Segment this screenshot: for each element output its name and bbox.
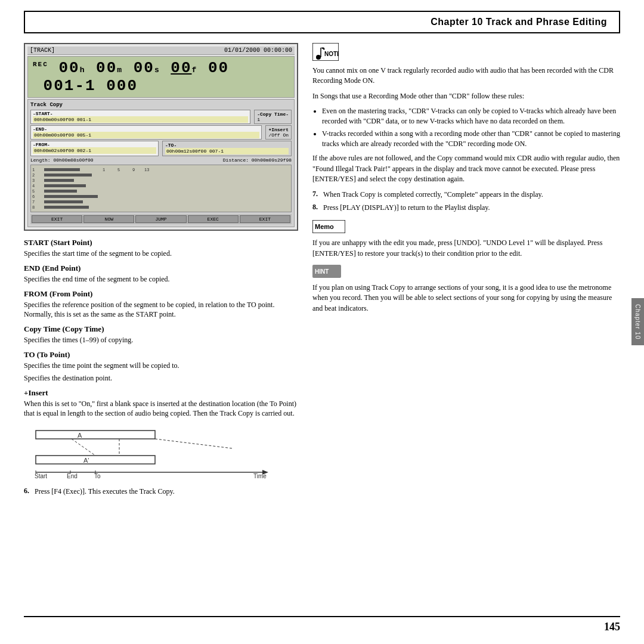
- note-icon-container: NOTE: [312, 43, 620, 63]
- copy-time-section: Copy Time (Copy Time) Specifies the time…: [24, 324, 298, 345]
- to-field: -TO- 00h00m12s00f00 007-1: [162, 141, 292, 156]
- chapter-title: Chapter 10 Track and Phrase Editing: [431, 17, 607, 27]
- track-area: 1 2 3 4 5 6 7 8: [30, 165, 292, 212]
- end-field: -END- 00h00m00s00f00 005-1: [30, 125, 262, 140]
- length-distance: Length: 00h00m08s00f00 Distance: 00h00m0…: [30, 157, 292, 163]
- step7-text: When Track Copy is completed correctly, …: [323, 190, 543, 200]
- end-heading: END (End Point): [24, 264, 298, 273]
- step6: 6. Press [F4 (Exec)]. This executes the …: [24, 487, 298, 497]
- memo-icon: Memo: [312, 220, 345, 233]
- left-column: [TRACK] 01/01/2000 00:00:00 REC 00h 00m …: [24, 43, 298, 501]
- panel-title: Track Copy: [30, 102, 292, 108]
- svg-text:9: 9: [132, 168, 135, 172]
- start-field: -START- 00h00m00s00f00 001-1: [30, 110, 250, 124]
- bullet-item-2: V-tracks recorded within a song with a r…: [322, 129, 620, 149]
- svg-rect-15: [44, 206, 89, 209]
- insert-section: +Insert When this is set to "On," first …: [24, 388, 298, 419]
- copy-time-text: Specifies the times (1–99) of copying.: [24, 335, 298, 345]
- btn-exec[interactable]: EXEC: [188, 215, 239, 223]
- datetime-label: 01/01/2000 00:00:00: [224, 47, 292, 54]
- from-text: Specifies the reference position of the …: [24, 300, 298, 320]
- svg-text:To: To: [94, 473, 101, 479]
- svg-text:3: 3: [32, 178, 35, 183]
- insert-field: +Insert /Off On: [265, 125, 292, 140]
- step6-text: Press [F4 (Exec)]. This executes the Tra…: [35, 487, 175, 497]
- svg-rect-13: [44, 200, 83, 203]
- btn-exit2[interactable]: EXIT: [240, 215, 290, 223]
- from-heading: FROM (From Point): [24, 289, 298, 299]
- bullet-item-1: Even on the mastering tracks, "CDR" V-tr…: [322, 106, 620, 126]
- to-heading: TO (To Point): [24, 350, 298, 360]
- to-text1: Specifies the time point the segment wil…: [24, 361, 298, 371]
- from-section: FROM (From Point) Specifies the referenc…: [24, 289, 298, 320]
- panel-row-start: -START- 00h00m00s00f00 001-1 -Copy Time-…: [30, 110, 292, 124]
- note-icon: NOTE: [312, 43, 339, 61]
- svg-text:1: 1: [103, 168, 105, 172]
- note-para2-text: In Songs that use a Recording Mode other…: [312, 91, 620, 101]
- btn-now[interactable]: NOW: [83, 215, 134, 223]
- hint-text: If you plan on using Track Copy to arran…: [312, 283, 620, 314]
- svg-text:7: 7: [32, 200, 35, 205]
- svg-rect-11: [44, 195, 98, 198]
- end-text: Specifies the end time of the segment to…: [24, 274, 298, 284]
- svg-rect-9: [44, 190, 77, 193]
- svg-text:5: 5: [117, 168, 120, 172]
- svg-text:2: 2: [32, 173, 35, 178]
- step7-num: 7.: [312, 190, 321, 200]
- track-svg: 1 2 3 4 5 6 7 8: [31, 165, 291, 212]
- copy-diagram: A A' Start End To Time: [24, 426, 298, 479]
- hint-icon-container: HINT: [312, 265, 620, 280]
- svg-point-37: [316, 55, 321, 60]
- insert-heading: +Insert: [24, 388, 298, 398]
- rules-para: If the above rules are not followed, and…: [312, 153, 620, 184]
- track-label: [TRACK]: [30, 47, 55, 54]
- svg-text:Time: Time: [253, 473, 267, 479]
- step8-num: 8.: [312, 203, 321, 213]
- step6-num: 6.: [24, 487, 32, 497]
- hint-icon: HINT: [312, 265, 341, 278]
- svg-text:Memo: Memo: [315, 223, 334, 230]
- to-text2: Specifies the destination point.: [24, 373, 298, 383]
- svg-rect-3: [44, 174, 92, 177]
- svg-text:A': A': [83, 457, 89, 464]
- memo-text: If you are unhappy with the edit you mad…: [312, 238, 620, 259]
- start-heading: START (Start Point): [24, 238, 298, 247]
- page-number: 145: [604, 621, 620, 633]
- note-intro-text: You cannot mix on one V track regularly …: [312, 66, 620, 86]
- svg-text:4: 4: [32, 184, 35, 188]
- svg-text:1: 1: [32, 168, 35, 172]
- svg-line-24: [155, 439, 233, 448]
- svg-text:HINT: HINT: [315, 268, 329, 275]
- insert-text: When this is set to "On," first a blank …: [24, 399, 298, 419]
- start-section: START (Start Point) Specifies the start …: [24, 238, 298, 259]
- step8-text: Press [PLAY (DISPLAY)] to return to the …: [323, 203, 490, 213]
- svg-rect-1: [44, 168, 80, 171]
- device-panel: Track Copy -START- 00h00m00s00f00 001-1 …: [27, 99, 295, 227]
- btn-jump[interactable]: JUMP: [135, 215, 186, 223]
- to-section: TO (To Point) Specifies the time point t…: [24, 350, 298, 383]
- svg-text:13: 13: [144, 168, 149, 172]
- right-column: NOTE You cannot mix on one V track regul…: [312, 43, 620, 501]
- svg-text:5: 5: [32, 189, 35, 194]
- step7: 7. When Track Copy is completed correctl…: [312, 190, 620, 200]
- svg-rect-25: [36, 456, 155, 464]
- svg-rect-20: [36, 431, 155, 439]
- main-content: [TRACK] 01/01/2000 00:00:00 REC 00h 00m …: [24, 43, 620, 501]
- svg-text:A: A: [78, 432, 82, 439]
- device-screen: [TRACK] 01/01/2000 00:00:00 REC 00h 00m …: [24, 43, 298, 231]
- svg-rect-7: [44, 184, 86, 187]
- device-main-display: REC 00h 00m 00s 00f 00 001-1 000: [27, 56, 295, 98]
- diagram-svg: A A' Start End To Time: [24, 426, 274, 479]
- page-header: Chapter 10 Track and Phrase Editing: [24, 11, 620, 33]
- svg-text:End: End: [67, 473, 78, 479]
- copy-time-heading: Copy Time (Copy Time): [24, 324, 298, 334]
- svg-text:Start: Start: [35, 473, 47, 479]
- panel-row-end: -END- 00h00m00s00f00 005-1 +Insert /Off …: [30, 125, 292, 140]
- memo-icon-container: Memo: [312, 220, 620, 236]
- btn-exit1[interactable]: EXIT: [32, 215, 82, 223]
- device-top-bar: [TRACK] 01/01/2000 00:00:00: [27, 47, 295, 55]
- step8: 8. Press [PLAY (DISPLAY)] to return to t…: [312, 203, 620, 213]
- svg-rect-5: [44, 179, 74, 182]
- copy-time-field: -Copy Time- 1: [254, 110, 292, 124]
- page-footer: 145: [24, 616, 620, 633]
